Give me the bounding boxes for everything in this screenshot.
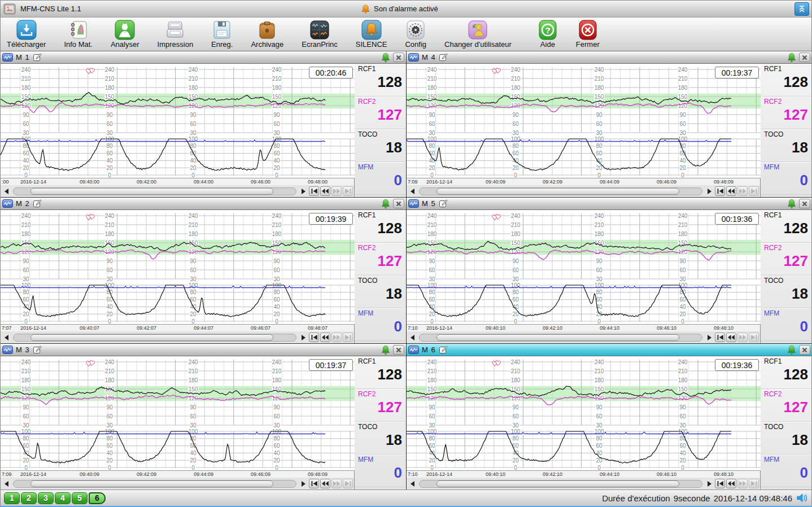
- aide-button[interactable]: ?Aide: [536, 19, 560, 50]
- change-user-button[interactable]: Changer d'utilisateur: [443, 19, 513, 50]
- impression-button[interactable]: Impression: [156, 19, 195, 50]
- nav-last-button[interactable]: [749, 333, 759, 342]
- ctg-chart[interactable]: 2402101801501209060301008060402002402101…: [1, 356, 355, 470]
- nav-rewind-button[interactable]: [320, 479, 330, 488]
- ctg-chart[interactable]: 2402101801501209060301008060402002402101…: [407, 64, 761, 178]
- page-button-6[interactable]: 6: [89, 492, 106, 504]
- scroll-right-button[interactable]: [299, 333, 308, 342]
- nav-last-button[interactable]: [343, 479, 353, 488]
- ctg-chart[interactable]: 2402101801501209060301008060402002402101…: [407, 356, 761, 470]
- panel-bell-icon[interactable]: [787, 199, 796, 209]
- scroll-left-button[interactable]: [2, 479, 11, 488]
- nav-forward-button[interactable]: [737, 333, 748, 342]
- panel-header[interactable]: M 2: [1, 198, 406, 210]
- scroll-right-button[interactable]: [299, 479, 308, 488]
- scrollbar-thumb[interactable]: [30, 480, 273, 487]
- edit-icon[interactable]: [33, 345, 42, 355]
- enreg-button[interactable]: Enreg.: [209, 19, 234, 50]
- scrollbar-track[interactable]: [419, 480, 702, 488]
- page-button-2[interactable]: 2: [21, 492, 37, 504]
- page-button-3[interactable]: 3: [38, 492, 54, 504]
- panel-bell-icon[interactable]: [787, 53, 796, 63]
- archivage-button[interactable]: Archivage: [249, 19, 285, 50]
- page-button-4[interactable]: 4: [55, 492, 71, 504]
- scroll-right-button[interactable]: [705, 333, 714, 342]
- nav-forward-button[interactable]: [331, 186, 342, 196]
- nav-first-button[interactable]: [309, 479, 319, 488]
- nav-last-button[interactable]: [343, 333, 353, 342]
- nav-rewind-button[interactable]: [726, 333, 736, 342]
- edit-icon[interactable]: [439, 345, 448, 355]
- close-panel-button[interactable]: [393, 345, 404, 355]
- ctg-chart[interactable]: 2402101801501209060301008060402002402101…: [1, 64, 355, 178]
- speaker-icon[interactable]: [796, 493, 808, 503]
- nav-forward-button[interactable]: [737, 186, 748, 196]
- close-panel-button[interactable]: [799, 345, 810, 355]
- nav-last-button[interactable]: [749, 186, 759, 196]
- ctg-chart[interactable]: 2402101801501209060301008060402002402101…: [407, 210, 761, 324]
- nav-last-button[interactable]: [343, 186, 353, 196]
- nav-first-button[interactable]: [715, 186, 725, 196]
- ctg-chart[interactable]: 2402101801501209060301008060402002402101…: [1, 210, 355, 324]
- panel-bell-icon[interactable]: [381, 345, 390, 355]
- scrollbar-track[interactable]: [419, 187, 702, 195]
- panel-header[interactable]: M 6: [407, 344, 812, 356]
- scrollbar-thumb[interactable]: [30, 188, 273, 195]
- collapse-toolbar-button[interactable]: [794, 2, 809, 16]
- scrollbar-thumb[interactable]: [30, 334, 273, 341]
- scroll-left-button[interactable]: [408, 187, 417, 196]
- panel-bell-icon[interactable]: [381, 199, 390, 209]
- config-button[interactable]: Config: [403, 19, 428, 50]
- panel-bell-icon[interactable]: [787, 345, 796, 355]
- svg-text:90: 90: [23, 258, 29, 264]
- download-button[interactable]: Télécharger: [5, 19, 47, 50]
- nav-first-button[interactable]: [309, 333, 319, 342]
- close-panel-button[interactable]: [799, 199, 810, 208]
- scrollbar-thumb[interactable]: [436, 480, 679, 487]
- scrollbar-track[interactable]: [13, 334, 296, 342]
- info-mat-button[interactable]: Info Mat.: [62, 19, 94, 50]
- mfm-value: 0: [358, 318, 402, 335]
- nav-rewind-button[interactable]: [726, 479, 736, 488]
- edit-icon[interactable]: [439, 53, 448, 62]
- scroll-left-button[interactable]: [2, 187, 11, 196]
- ecranprinc-button[interactable]: EcranPrinc: [300, 19, 339, 50]
- scrollbar-thumb[interactable]: [436, 334, 679, 341]
- panel-header[interactable]: M 5: [407, 198, 812, 210]
- edit-icon[interactable]: [33, 53, 42, 62]
- panel-header[interactable]: M 3: [1, 344, 406, 356]
- fermer-button[interactable]: Fermer: [574, 19, 601, 50]
- nav-rewind-button[interactable]: [320, 333, 330, 342]
- edit-icon[interactable]: [439, 199, 448, 208]
- scroll-right-button[interactable]: [705, 479, 714, 488]
- scroll-left-button[interactable]: [408, 333, 417, 342]
- page-button-5[interactable]: 5: [72, 492, 88, 504]
- analyser-button[interactable]: Analyser: [109, 19, 141, 50]
- silence-button[interactable]: SILENCE: [354, 19, 389, 50]
- close-panel-button[interactable]: [799, 53, 810, 62]
- nav-last-button[interactable]: [749, 479, 759, 488]
- scroll-left-button[interactable]: [408, 479, 417, 488]
- panel-header[interactable]: M 1: [1, 51, 406, 64]
- nav-forward-button[interactable]: [331, 479, 342, 488]
- scroll-left-button[interactable]: [2, 333, 11, 342]
- close-panel-button[interactable]: [393, 199, 404, 208]
- close-panel-button[interactable]: [393, 53, 404, 62]
- scrollbar-track[interactable]: [13, 187, 296, 195]
- scrollbar-thumb[interactable]: [436, 188, 679, 195]
- nav-rewind-button[interactable]: [320, 186, 330, 196]
- scroll-right-button[interactable]: [705, 187, 714, 196]
- scrollbar-track[interactable]: [13, 480, 296, 488]
- scroll-right-button[interactable]: [299, 187, 308, 196]
- nav-forward-button[interactable]: [737, 479, 748, 488]
- nav-first-button[interactable]: [309, 186, 319, 196]
- nav-rewind-button[interactable]: [726, 186, 736, 196]
- edit-icon[interactable]: [33, 199, 42, 208]
- panel-header[interactable]: M 4: [407, 51, 812, 64]
- scrollbar-track[interactable]: [419, 334, 702, 342]
- page-button-1[interactable]: 1: [4, 492, 20, 504]
- nav-first-button[interactable]: [715, 333, 725, 342]
- nav-first-button[interactable]: [715, 479, 725, 488]
- nav-forward-button[interactable]: [331, 333, 342, 342]
- panel-bell-icon[interactable]: [381, 53, 390, 63]
